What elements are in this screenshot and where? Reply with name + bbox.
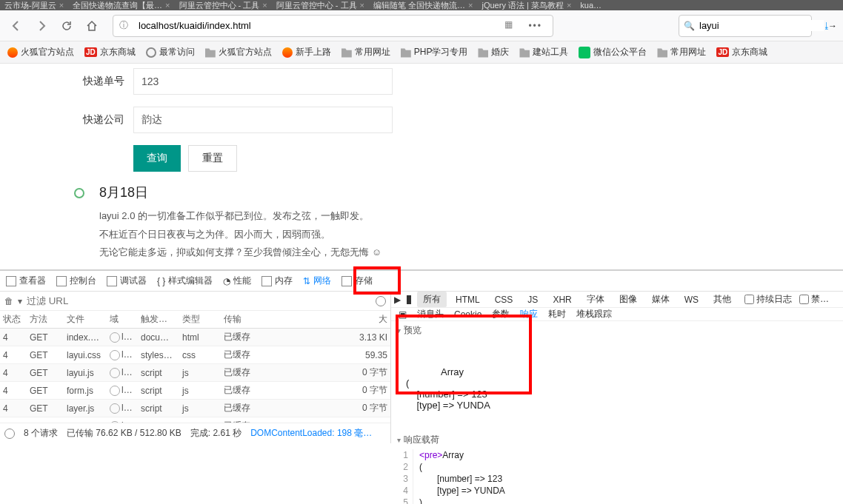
tab-debugger[interactable]: 调试器 (107, 275, 147, 287)
close-icon[interactable]: × (165, 1, 170, 10)
bookmark-item[interactable]: JD京东商城 (716, 46, 767, 58)
bookmark-item[interactable]: 建站工具 (519, 46, 568, 58)
tab-inspector[interactable]: 查看器 (6, 275, 46, 287)
address-bar[interactable]: ⓘ ▦ ••• (113, 15, 553, 37)
bookmark-item[interactable]: 火狐官方站点 (7, 46, 74, 58)
bookmark-item[interactable]: 微信公众平台 (579, 46, 647, 58)
bookmark-item[interactable]: PHP学习专用 (401, 46, 468, 58)
forward-button[interactable] (31, 16, 52, 36)
subtab-headers[interactable]: 消息头 (417, 308, 444, 320)
filter-css[interactable]: CSS (489, 293, 519, 306)
bookmark-item[interactable]: 婚庆 (478, 46, 509, 58)
filter-xhr[interactable]: XHR (547, 293, 577, 306)
search-bar[interactable]: 🔍 → (679, 15, 812, 37)
payload-section-title[interactable]: 响应载荷 (391, 431, 843, 449)
tab-performance[interactable]: ◔性能 (223, 275, 251, 287)
page-actions-icon[interactable]: ••• (524, 21, 547, 31)
subtab-stack[interactable]: 堆栈跟踪 (576, 308, 612, 320)
jd-icon: JD (716, 47, 729, 57)
bookmark-item[interactable]: 火狐官方站点 (205, 46, 272, 58)
number-input[interactable] (133, 68, 393, 95)
persist-checkbox[interactable]: 持续日志 (744, 293, 792, 306)
close-icon[interactable]: × (360, 1, 364, 10)
reload-button[interactable] (56, 16, 77, 36)
qr-icon[interactable]: ▦ (504, 19, 518, 33)
network-row[interactable]: 4GETform.jslo…scriptjs已缓存0 字节 (0, 382, 390, 400)
funnel-icon[interactable]: ▾ (18, 296, 22, 306)
subtab-timing[interactable]: 耗时 (548, 308, 566, 320)
col-type[interactable]: 类型 (179, 313, 221, 326)
browser-tab[interactable]: 阿里云管控中心 - 工具× (175, 0, 272, 10)
filter-js[interactable]: JS (522, 293, 544, 306)
network-row[interactable]: 4GETlayui.jslo…scriptjs已缓存0 字节 (0, 364, 390, 382)
network-row[interactable]: 4GETlayer.c…lo…stylesheetcss已缓存14.09 (0, 417, 390, 423)
col-domain[interactable]: 域 (107, 313, 138, 326)
url-input[interactable] (139, 20, 499, 31)
network-table-header: 状态 方法 文件 域 触发… 类型 传输 大 (0, 311, 390, 329)
tab-memory[interactable]: 内存 (261, 275, 293, 287)
filter-html[interactable]: HTML (450, 293, 486, 306)
timeline-title: 8月18日 (99, 184, 381, 201)
folder-icon (205, 47, 216, 58)
record-icon[interactable] (4, 429, 15, 439)
browser-tab[interactable]: 阿里云管控中心 - 工具× (272, 0, 369, 10)
col-method[interactable]: 方法 (27, 313, 64, 326)
browser-tab[interactable]: 云市场-阿里云× (0, 0, 68, 10)
network-row[interactable]: 4GETlayer.jslo…scriptjs已缓存0 字节 (0, 400, 390, 417)
home-button[interactable] (81, 16, 102, 36)
back-button[interactable] (6, 16, 27, 36)
playback-icon[interactable]: ▶ (394, 295, 401, 305)
bookmark-item[interactable]: 新手上路 (282, 46, 331, 58)
bookmark-item[interactable]: 常用网址 (341, 46, 390, 58)
filter-other[interactable]: 其他 (707, 292, 737, 307)
browser-tab[interactable]: jQuery 语法 | 菜鸟教程× (477, 0, 576, 10)
preview-section-title[interactable]: 预览 (391, 321, 843, 340)
tab-style-editor[interactable]: { }样式编辑器 (157, 275, 213, 287)
search-input[interactable] (699, 20, 824, 31)
folder-icon (657, 47, 667, 58)
disable-cache-checkbox[interactable]: 禁… (799, 293, 829, 306)
filter-img[interactable]: 图像 (613, 292, 643, 307)
close-icon[interactable]: × (59, 1, 64, 10)
browser-tab[interactable]: kua… (576, 1, 606, 10)
reset-button[interactable]: 重置 (188, 145, 237, 172)
trash-icon[interactable]: 🗑 (4, 296, 13, 306)
back-icon[interactable]: ▣ (399, 309, 407, 320)
close-icon[interactable]: × (468, 1, 473, 10)
close-icon[interactable]: × (262, 1, 267, 10)
filter-font[interactable]: 字体 (581, 292, 610, 307)
filter-all[interactable]: 所有 (417, 292, 447, 307)
col-status[interactable]: 状态 (0, 313, 27, 326)
bookmark-item[interactable]: JD京东商城 (84, 46, 136, 58)
browser-tab[interactable]: 编辑随笔 全国快递物流…× (369, 0, 478, 10)
col-file[interactable]: 文件 (64, 313, 107, 326)
tab-network[interactable]: ⇅网络 (303, 275, 331, 287)
style-icon: { } (157, 276, 165, 286)
network-row[interactable]: 4GETlayui.csslo…stylesheetcss已缓存59.35 (0, 346, 390, 364)
col-size[interactable]: 大 (280, 313, 390, 326)
debugger-icon (107, 276, 117, 286)
network-row[interactable]: 4GETindex.…lo…documenthtml已缓存3.13 KI (0, 329, 390, 346)
browser-tab[interactable]: 全国快递物流查询【最…× (68, 0, 174, 10)
pause-icon[interactable] (407, 295, 411, 304)
info-icon[interactable]: ⓘ (119, 19, 133, 33)
company-input[interactable] (133, 107, 393, 133)
subtab-response[interactable]: 响应 (520, 308, 538, 320)
submit-button[interactable]: 查询 (133, 145, 181, 172)
filter-media[interactable]: 媒体 (646, 292, 676, 307)
bookmark-item[interactable]: 最常访问 (146, 46, 195, 58)
filter-input[interactable] (27, 295, 371, 306)
bookmark-item[interactable]: 常用网址 (657, 46, 706, 58)
tab-storage[interactable]: 存储 (341, 275, 373, 287)
record-icon[interactable] (376, 296, 386, 306)
close-icon[interactable]: × (567, 1, 571, 10)
subtab-cookies[interactable]: Cookie (454, 309, 482, 320)
col-cause[interactable]: 触发… (138, 313, 179, 326)
filter-ws[interactable]: WS (679, 293, 704, 306)
col-transferred[interactable]: 传输 (221, 313, 280, 326)
smile-icon: ☺ (372, 243, 381, 262)
memory-icon (261, 276, 272, 286)
subtab-params[interactable]: 参数 (492, 308, 510, 320)
download-icon[interactable]: ⭳ (822, 21, 837, 31)
tab-console[interactable]: 控制台 (56, 275, 96, 287)
